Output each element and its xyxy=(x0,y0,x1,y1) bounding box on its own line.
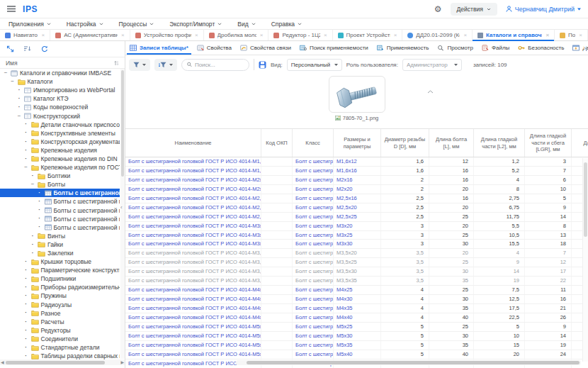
table-row[interactable]: Болт с шестигранной головкой ГОСТ Р ИСО … xyxy=(125,295,588,304)
tree-expander-icon[interactable]: ▪ xyxy=(23,149,29,152)
tree-item[interactable]: ▪Детали станочных приспособлений xyxy=(0,121,120,129)
filter-edit-button[interactable] xyxy=(154,59,177,71)
tree-item[interactable]: ▪Болты с шестигранной головкой кл... xyxy=(0,197,120,206)
tree-expander-icon[interactable]: ▪ xyxy=(23,269,29,272)
name-cell[interactable]: Болт с шестигранной головкой ГОСТ Р ИСО … xyxy=(125,323,261,331)
tree-expander-icon[interactable]: ▪ xyxy=(23,260,29,264)
tree-expander-icon[interactable]: ▪ xyxy=(23,320,29,324)
view-select[interactable]: Персональный xyxy=(287,59,342,71)
bolt-image-thumbnail[interactable] xyxy=(329,76,385,113)
collapse-all-icon[interactable] xyxy=(6,45,14,52)
tree-expander-icon[interactable]: ▪ xyxy=(37,217,43,221)
name-cell[interactable]: Болт с шестигранной головкой ГОСТ Р ИСО … xyxy=(125,222,261,230)
table-row[interactable]: Болт с шестигранной головкой ГОСТ Р ИСО … xyxy=(125,304,588,313)
close-tab-icon[interactable]: × xyxy=(463,32,467,38)
tree-item[interactable]: ▪Радиоузлы xyxy=(0,301,120,309)
name-cell[interactable]: Болт с шестигранной головкой ГОСТ Р ИСО … xyxy=(125,213,261,221)
tree-expander-icon[interactable]: ▪ xyxy=(37,225,43,229)
tree-expander-icon[interactable]: ▪ xyxy=(23,157,29,161)
scroll-left-icon[interactable]: ◀ xyxy=(1,360,4,364)
name-cell[interactable]: Болт с шестигранной головкой ГОСТ Р ИСО … xyxy=(125,157,261,166)
table-row[interactable]: Болт с шестигранной головкой ГОСТ Р ИСО … xyxy=(125,203,588,213)
tree-expander-icon[interactable]: ▪ xyxy=(23,355,29,358)
name-cell[interactable]: Болт с шестигранной головкой ГОСТ Р ИСО … xyxy=(125,185,261,194)
actions-button[interactable]: Действия xyxy=(451,3,497,16)
tree-item[interactable]: ▪Крепежные изделия xyxy=(0,146,120,155)
table-row[interactable]: Болт с шестигранной головкой ГОСТ Р ИСО … xyxy=(125,249,588,258)
scrollbar-thumb[interactable] xyxy=(6,361,105,364)
table-row[interactable]: Болт с шестигранной головкой ГОСТ Р ИСО … xyxy=(125,194,588,203)
close-tab-icon[interactable]: × xyxy=(41,32,45,38)
tree-expander-icon[interactable]: ▪ xyxy=(23,140,29,144)
window-tab[interactable]: Редуктор - 1Ц2У-160× xyxy=(268,30,332,40)
table-row[interactable]: Болт с шестигранной головкой ГОСТ Р ИСО … xyxy=(125,341,588,350)
table-row[interactable]: Болт с шестигранной головкой ГОСТ Р ИСО … xyxy=(125,185,588,194)
window-tab[interactable]: Навигатор× xyxy=(0,30,50,40)
tree-item[interactable]: −Конструкторский xyxy=(0,111,120,120)
table-row[interactable]: Болт с шестигранной головкой ГОСТ Р ИСО … xyxy=(125,231,588,240)
hamburger-menu-icon[interactable] xyxy=(7,6,16,12)
tree-item[interactable]: ▪Разное xyxy=(0,309,120,318)
panel-tab[interactable]: Свойства связи xyxy=(236,41,295,55)
close-tab-icon[interactable]: × xyxy=(579,32,582,38)
window-tab[interactable]: Дробилка молотковая× xyxy=(204,30,269,40)
window-tab[interactable]: Проект Устройство проф...× xyxy=(333,30,403,40)
scrollbar-thumb[interactable] xyxy=(121,70,124,177)
tree-item[interactable]: ▪Болты с шестигранной головкой кл... xyxy=(0,206,120,215)
table-row[interactable]: Болт с шестигранной головкой ГОСТ Р ИСО … xyxy=(125,350,588,359)
table-row[interactable]: Болт с шестигранной головкой ГОСТ Р ИСО … xyxy=(125,222,588,231)
column-sort-icon[interactable] xyxy=(114,60,119,66)
menu-item[interactable]: Процессы xyxy=(119,21,154,28)
close-tab-icon[interactable]: × xyxy=(545,32,549,38)
name-cell[interactable]: Болт с шестигранной головкой ГОСТ Р ИСО … xyxy=(125,313,261,322)
table-row[interactable]: Болт с шестигранной головкой ГОСТ Р ИСО … xyxy=(125,277,588,286)
name-cell[interactable]: Болт с шестигранной головкой ГОСТ Р ИСО … xyxy=(125,341,261,350)
tree-expander-icon[interactable]: ▪ xyxy=(23,346,29,350)
scrollbar-thumb[interactable] xyxy=(247,361,579,364)
tabs-overflow-icon[interactable]: › xyxy=(584,45,586,52)
table-row[interactable]: Болт с шестигранной головкой ГОСТ Р ИСО … xyxy=(125,157,588,167)
tree-expander-icon[interactable]: − xyxy=(3,70,9,76)
sidebar-collapse-handle[interactable]: ‹ xyxy=(120,204,123,211)
role-select[interactable]: Администратор xyxy=(402,59,462,71)
tree-item[interactable]: ▪Параметрические конструктивные эле... xyxy=(0,266,120,274)
tree-item[interactable]: ▪Каталог КТЭ xyxy=(0,94,120,103)
close-tab-icon[interactable]: × xyxy=(324,32,327,38)
panel-tab[interactable]: Свойства xyxy=(193,41,236,55)
tree-item[interactable]: ▪Болты с шестигранной головкой кл... xyxy=(0,215,120,223)
name-cell[interactable]: Болт с шестигранной головкой ГОСТ Р ИСО … xyxy=(125,240,261,248)
tree-item[interactable]: ▪Гайки xyxy=(0,240,120,249)
tree-expander-icon[interactable]: ▪ xyxy=(30,252,35,255)
tree-expander-icon[interactable]: ▪ xyxy=(23,311,29,315)
menu-item[interactable]: Справка xyxy=(271,21,302,28)
tree-expander-icon[interactable]: ▪ xyxy=(23,277,29,281)
name-cell[interactable]: Болт с шестигранной головкой ГОСТ Р ИСО … xyxy=(125,167,261,175)
column-header[interactable]: Код ОКП xyxy=(261,129,293,157)
tree-expander-icon[interactable]: ▪ xyxy=(16,106,22,109)
tree-item[interactable]: −Болты xyxy=(0,180,120,189)
tree-expander-icon[interactable]: − xyxy=(16,113,22,119)
name-cell[interactable]: Болт с шестигранной головкой ГОСТ Р ИСО … xyxy=(125,176,261,184)
column-header[interactable]: Длина болта [L], мм xyxy=(429,129,474,157)
close-tab-icon[interactable]: × xyxy=(195,32,198,38)
tree-item[interactable]: ▪Расчеты xyxy=(0,318,120,326)
tree-item[interactable]: ▪Пружины xyxy=(0,291,120,300)
tree-item[interactable]: ▪Винты xyxy=(0,232,120,240)
tree-item[interactable]: ▪Крепежные изделия по DIN xyxy=(0,155,120,163)
window-tab[interactable]: Устройство профилегиб...× xyxy=(130,30,204,40)
menu-item[interactable]: Приложения xyxy=(9,21,51,28)
tree-item[interactable]: ▪Таблицы разделки сварных швов xyxy=(0,352,120,359)
settings-gear-icon[interactable]: ⚙ xyxy=(434,5,442,13)
filter-button[interactable] xyxy=(129,59,150,71)
preview-collapse-handle[interactable] xyxy=(427,90,434,94)
column-header[interactable]: Диаметр резьбы D [D], мм xyxy=(381,129,429,157)
panel-tab[interactable]: Применяемость xyxy=(373,41,434,55)
tree-item[interactable]: ▪Болтики xyxy=(0,172,120,180)
tree-item[interactable]: −Каталоги и справочники IMBASE xyxy=(0,69,120,77)
table-row[interactable]: Болт с шестигранной головкой ГОСТ Р ИСО … xyxy=(125,258,588,267)
refresh-icon[interactable] xyxy=(40,45,48,52)
tree-item[interactable]: ▪Крышки торцовые xyxy=(0,257,120,266)
search-input[interactable] xyxy=(195,62,244,68)
name-cell[interactable]: Болт с шестигранной головкой ГОСТ Р ИСО … xyxy=(125,332,261,340)
tree-expander-icon[interactable]: − xyxy=(30,182,35,187)
